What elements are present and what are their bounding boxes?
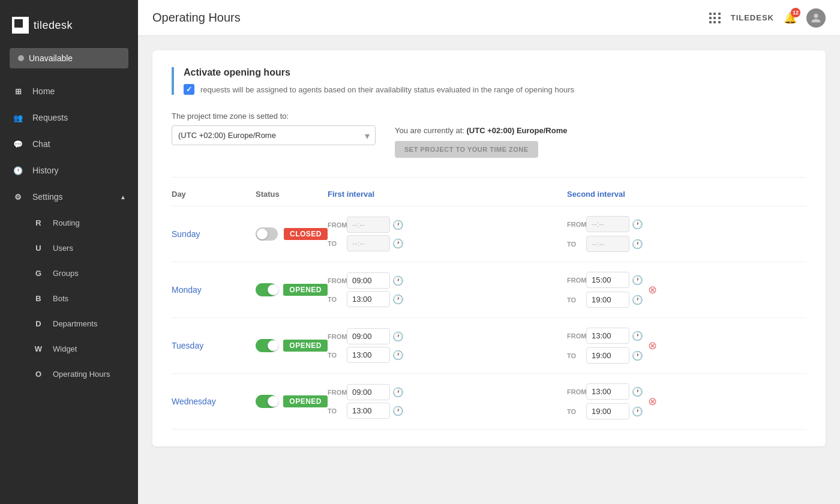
second-to-label-sunday: TO	[567, 241, 584, 248]
first-from-input-wednesday[interactable]	[347, 384, 390, 400]
sidebar-item-departments[interactable]: DDepartments	[0, 311, 138, 336]
first-from-input-monday[interactable]	[347, 272, 390, 289]
days-container: Sunday CLOSED FROM 🕐 TO 🕐 F	[172, 206, 806, 430]
first-to-input-monday[interactable]	[347, 291, 390, 307]
sidebar-item-home[interactable]: ⊞Home	[0, 78, 138, 104]
second-rows-wednesday: FROM 🕐 TO 🕐	[567, 383, 643, 419]
first-to-input-wednesday[interactable]	[347, 403, 390, 419]
sidebar-item-history[interactable]: 🕐History	[0, 157, 138, 184]
second-to-clock-wednesday[interactable]: 🕐	[632, 406, 643, 417]
first-from-clock-monday[interactable]: 🕐	[392, 275, 404, 286]
sidebar-item-requests[interactable]: 👥Requests	[0, 104, 138, 131]
sidebar-item-groups[interactable]: GGroups	[0, 260, 138, 286]
logo-icon	[12, 17, 29, 34]
second-from-group-tuesday: FROM 🕐	[567, 328, 643, 344]
timezone-left: The project time zone is setted to: (UTC…	[172, 112, 376, 145]
first-to-input-tuesday[interactable]	[347, 347, 390, 363]
day-row-monday: Monday OPENED FROM 🕐 TO 🕐 F	[172, 262, 806, 318]
first-to-clock-sunday: 🕐	[392, 238, 404, 249]
first-from-input-tuesday[interactable]	[347, 328, 390, 344]
second-to-input-monday[interactable]	[586, 292, 629, 308]
sidebar-item-bots[interactable]: BBots	[0, 286, 138, 311]
sidebar-item-users[interactable]: UUsers	[0, 235, 138, 260]
day-toggle-tuesday[interactable]	[256, 339, 277, 352]
status-badge-sunday: CLOSED	[284, 228, 328, 240]
sidebar-item-chat[interactable]: 💬Chat	[0, 131, 138, 157]
first-to-clock-monday[interactable]: 🕐	[392, 294, 404, 305]
apps-grid-icon[interactable]	[709, 13, 721, 23]
day-status-sunday: CLOSED	[256, 227, 328, 241]
second-to-label-tuesday: TO	[567, 352, 584, 359]
toggle-thumb-monday	[268, 284, 278, 295]
second-from-label-tuesday: FROM	[567, 332, 584, 340]
second-from-input-tuesday[interactable]	[586, 328, 629, 344]
from-label-sunday: FROM	[328, 221, 344, 229]
second-from-clock-tuesday[interactable]: 🕐	[632, 331, 643, 341]
nav-label-users: Users	[53, 244, 126, 253]
nav-label-chat: Chat	[32, 139, 126, 149]
remove-second-interval-tuesday[interactable]: ⊗	[648, 339, 657, 352]
settings-card: Activate opening hours requests will be …	[152, 50, 826, 446]
first-from-clock-wednesday[interactable]: 🕐	[392, 387, 404, 398]
day-toggle-wednesday[interactable]	[256, 395, 277, 408]
settings-arrow: ▲	[120, 194, 126, 200]
day-name-monday: Monday	[172, 285, 256, 295]
second-from-clock-wednesday[interactable]: 🕐	[632, 386, 643, 397]
col-head-status: Status	[256, 190, 328, 199]
first-to-clock-tuesday[interactable]: 🕐	[392, 350, 404, 361]
day-toggle-sunday[interactable]	[256, 227, 278, 241]
first-interval-monday: FROM 🕐 TO 🕐	[328, 272, 567, 307]
second-from-input-monday[interactable]	[586, 272, 629, 288]
status-button[interactable]: Unavailable	[10, 48, 128, 68]
sidebar-item-widget[interactable]: WWidget	[0, 336, 138, 361]
current-tz-value: (UTC +02:00) Europe/Rome	[467, 126, 568, 135]
second-to-clock-monday[interactable]: 🕐	[632, 295, 643, 305]
second-from-clock-monday[interactable]: 🕐	[632, 275, 643, 286]
second-to-label-monday: TO	[567, 296, 584, 304]
sidebar-item-routing[interactable]: RRouting	[0, 210, 138, 235]
logo: tiledesk	[0, 0, 138, 48]
second-from-label-sunday: FROM	[567, 221, 584, 228]
activate-row: requests will be assigned to agents base…	[184, 84, 806, 95]
second-to-group-wednesday: TO 🕐	[567, 403, 643, 419]
first-to-clock-wednesday[interactable]: 🕐	[392, 406, 404, 416]
day-toggle-monday[interactable]	[256, 283, 277, 296]
toggle-thumb-sunday	[257, 229, 268, 239]
nav-label-requests: Requests	[32, 113, 126, 122]
second-to-group-sunday: TO 🕐	[567, 236, 643, 252]
second-from-label-monday: FROM	[567, 277, 584, 284]
remove-second-interval-monday[interactable]: ⊗	[648, 283, 657, 296]
timezone-select[interactable]: (UTC +02:00) Europe/Rome	[172, 125, 376, 145]
timezone-select-wrap: (UTC +02:00) Europe/Rome	[172, 125, 376, 145]
day-name-tuesday: Tuesday	[172, 341, 256, 350]
second-to-clock-sunday: 🕐	[632, 239, 643, 250]
timezone-right: You are currently at: (UTC +02:00) Europ…	[395, 112, 806, 158]
status-badge-wednesday: OPENED	[283, 395, 328, 407]
nav-label-departments: Departments	[53, 319, 126, 328]
first-from-group-monday: FROM 🕐	[328, 272, 567, 289]
remove-second-interval-wednesday[interactable]: ⊗	[648, 395, 657, 408]
set-timezone-button[interactable]: SET PROJECT TO YOUR TIME ZONE	[395, 141, 538, 158]
day-status-wednesday: OPENED	[256, 395, 328, 408]
first-from-clock-tuesday[interactable]: 🕐	[392, 331, 404, 342]
sidebar-item-operating-hours[interactable]: OOperating Hours	[0, 361, 138, 386]
user-avatar[interactable]	[806, 8, 826, 28]
second-to-input-tuesday[interactable]	[586, 347, 629, 364]
second-to-group-monday: TO 🕐	[567, 292, 643, 308]
second-to-clock-tuesday[interactable]: 🕐	[632, 350, 643, 361]
activate-checkbox[interactable]	[184, 84, 194, 95]
first-from-clock-sunday: 🕐	[392, 220, 404, 230]
second-from-input-wednesday[interactable]	[586, 383, 629, 400]
second-from-group-sunday: FROM 🕐	[567, 216, 643, 232]
second-to-input-wednesday[interactable]	[586, 403, 629, 419]
nav-letter-routing: R	[32, 217, 44, 229]
first-from-input-sunday	[347, 217, 390, 233]
activate-desc: requests will be assigned to agents base…	[200, 85, 574, 94]
notification-bell[interactable]: 🔔 12	[784, 11, 797, 25]
first-interval-wednesday: FROM 🕐 TO 🕐	[328, 384, 567, 419]
from-label-monday: FROM	[328, 277, 344, 284]
second-rows-sunday: FROM 🕐 TO 🕐	[567, 216, 643, 252]
sidebar-item-settings[interactable]: ⚙Settings▲	[0, 184, 138, 210]
second-interval-wrap-tuesday: FROM 🕐 TO 🕐 ⊗	[567, 328, 806, 364]
main-content: Activate opening hours requests will be …	[138, 36, 840, 504]
